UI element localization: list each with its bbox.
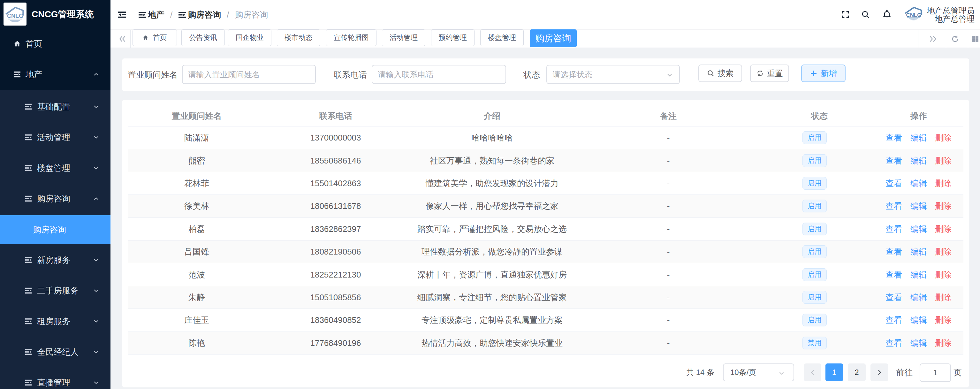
- svg-text:CNLG: CNLG: [7, 13, 23, 19]
- svg-text:CNLG: CNLG: [906, 12, 921, 18]
